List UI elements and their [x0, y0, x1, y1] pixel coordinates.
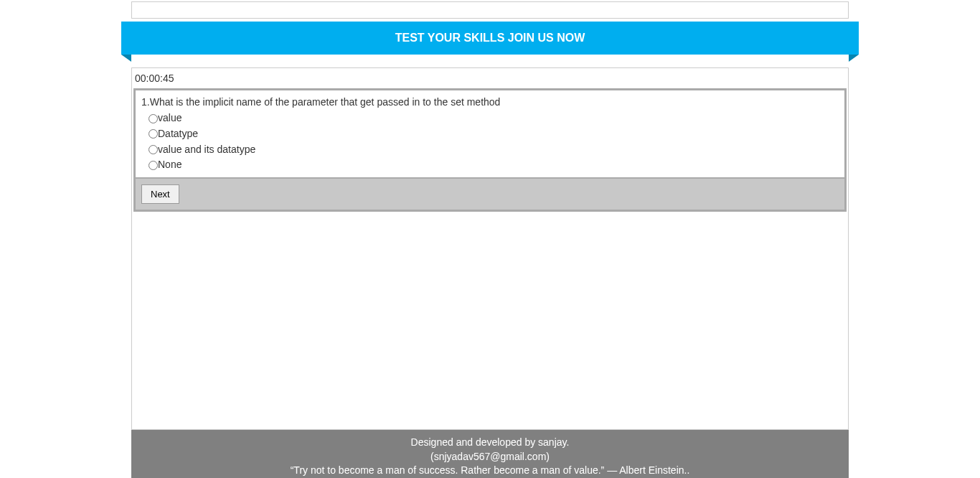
banner: TEST YOUR SKILLS JOIN US NOW: [121, 22, 859, 55]
option-label-3: None: [158, 157, 182, 173]
option-radio-2[interactable]: [149, 145, 158, 154]
banner-text: TEST YOUR SKILLS JOIN US NOW: [395, 32, 585, 44]
option-label-1: Datatype: [158, 126, 198, 142]
option-radio-3[interactable]: [149, 161, 158, 170]
question-body: What is the implicit name of the paramet…: [150, 96, 501, 108]
content-box: 00:00:45 1.What is the implicit name of …: [131, 67, 849, 430]
option-radio-1[interactable]: [149, 129, 158, 139]
option-label-0: value: [158, 111, 182, 126]
option-radio-0[interactable]: [149, 114, 158, 123]
question-cell: 1.What is the implicit name of the param…: [135, 90, 845, 178]
option-label-2: value and its datatype: [158, 142, 255, 158]
next-button[interactable]: Next: [141, 184, 179, 204]
question-number: 1.: [141, 96, 150, 108]
option-row-0: value: [149, 111, 839, 126]
footer: Designed and developed by sanjay. (snjya…: [131, 430, 849, 478]
quiz-table: 1.What is the implicit name of the param…: [133, 88, 847, 212]
footer-line2: (snjyadav567@gmail.com): [131, 450, 849, 464]
button-cell: Next: [135, 178, 845, 210]
page-wrapper: TEST YOUR SKILLS JOIN US NOW 00:00:45 1.…: [131, 1, 849, 478]
footer-line1: Designed and developed by sanjay.: [131, 436, 849, 450]
footer-line3: “Try not to become a man of success. Rat…: [131, 464, 849, 478]
top-nav-placeholder: [131, 1, 849, 19]
option-row-1: Datatype: [149, 126, 839, 142]
banner-container: TEST YOUR SKILLS JOIN US NOW: [131, 22, 849, 55]
option-row-3: None: [149, 157, 839, 173]
timer: 00:00:45: [132, 68, 848, 87]
option-row-2: value and its datatype: [149, 142, 839, 158]
question-text: 1.What is the implicit name of the param…: [141, 95, 839, 109]
